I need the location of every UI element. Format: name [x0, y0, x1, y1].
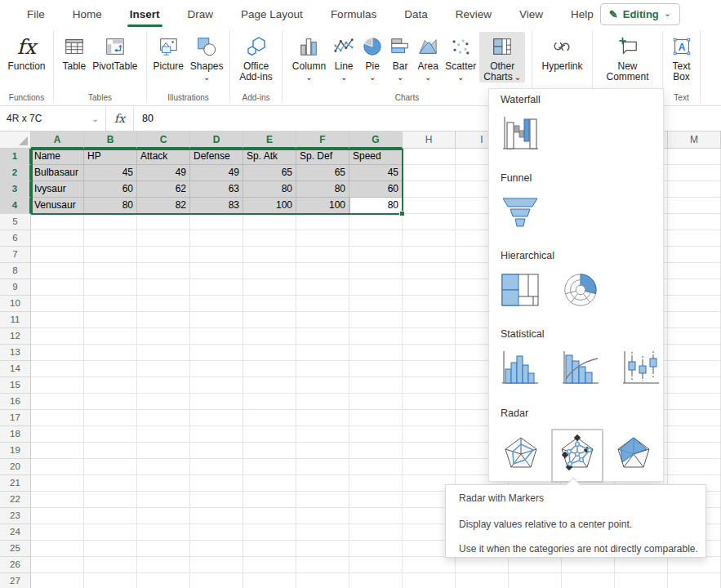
- scatter-chart-button[interactable]: Scatter ⌄: [442, 32, 479, 81]
- select-all-corner[interactable]: [0, 131, 31, 149]
- cell-B2[interactable]: 45: [84, 165, 137, 181]
- row-header-7[interactable]: 7: [0, 247, 31, 263]
- row-header-10[interactable]: 10: [0, 296, 31, 312]
- text-box-button[interactable]: A Text Box: [665, 32, 699, 82]
- box-whisker-chart-option[interactable]: [621, 350, 661, 389]
- radar-markers-chart-option[interactable]: [551, 429, 603, 483]
- row-header-9[interactable]: 9: [0, 279, 31, 296]
- cell-C4[interactable]: 82: [137, 198, 190, 214]
- picture-button[interactable]: Picture: [149, 32, 186, 72]
- funnel-chart-option[interactable]: [501, 194, 540, 233]
- cell-G2[interactable]: 45: [349, 165, 403, 181]
- row-header-25[interactable]: 25: [0, 541, 31, 557]
- row-header-11[interactable]: 11: [0, 312, 31, 328]
- row-header-21[interactable]: 21: [0, 475, 31, 492]
- row-header-2[interactable]: 2: [0, 165, 31, 181]
- column-header-G[interactable]: G: [349, 131, 403, 149]
- cell-E2[interactable]: 65: [243, 165, 296, 181]
- cell-F3[interactable]: 80: [296, 181, 349, 198]
- tab-formulas[interactable]: Formulas: [320, 0, 387, 29]
- column-header-A[interactable]: A: [31, 131, 84, 149]
- histogram-chart-option[interactable]: [501, 350, 540, 389]
- line-chart-button[interactable]: Line ⌄: [329, 32, 358, 81]
- row-header-14[interactable]: 14: [0, 361, 31, 377]
- cell-A1[interactable]: Name: [31, 149, 84, 165]
- cell-F1[interactable]: Sp. Def: [296, 149, 349, 165]
- cell-A2[interactable]: Bulbasaur: [31, 165, 84, 181]
- function-button[interactable]: fx Function: [4, 32, 48, 72]
- row-header-19[interactable]: 19: [0, 443, 31, 459]
- row-header-4[interactable]: 4: [0, 198, 31, 214]
- row-header-17[interactable]: 17: [0, 410, 31, 426]
- cell-F2[interactable]: 65: [296, 165, 349, 181]
- editing-mode-button[interactable]: ✎ Editing ⌄: [600, 3, 680, 25]
- cell-D1[interactable]: Defense: [190, 149, 243, 165]
- tab-view[interactable]: View: [509, 0, 554, 29]
- row-header-20[interactable]: 20: [0, 459, 31, 475]
- row-header-16[interactable]: 16: [0, 394, 31, 410]
- cell-G4[interactable]: 80: [349, 198, 403, 214]
- treemap-chart-option[interactable]: [501, 272, 540, 311]
- row-header-1[interactable]: 1: [0, 149, 31, 165]
- tab-insert[interactable]: Insert: [119, 0, 171, 29]
- row-header-13[interactable]: 13: [0, 345, 31, 361]
- pivottable-button[interactable]: PivotTable: [89, 32, 140, 72]
- tab-draw[interactable]: Draw: [177, 0, 225, 29]
- column-header-E[interactable]: E: [243, 131, 296, 149]
- tab-file[interactable]: File: [16, 0, 56, 29]
- row-header-24[interactable]: 24: [0, 524, 31, 541]
- other-charts-button[interactable]: Other Charts⌄: [479, 32, 525, 82]
- row-header-23[interactable]: 23: [0, 508, 31, 524]
- cell-G1[interactable]: Speed: [349, 149, 403, 165]
- cell-A4[interactable]: Venusaur: [31, 198, 84, 214]
- row-header-18[interactable]: 18: [0, 426, 31, 443]
- row-header-6[interactable]: 6: [0, 230, 31, 247]
- cell-E1[interactable]: Sp. Atk: [243, 149, 296, 165]
- row-header-22[interactable]: 22: [0, 492, 31, 508]
- row-header-12[interactable]: 12: [0, 328, 31, 345]
- pie-chart-button[interactable]: Pie ⌄: [358, 32, 386, 81]
- column-chart-button[interactable]: Column ⌄: [289, 32, 329, 81]
- cell-A3[interactable]: Ivysaur: [31, 181, 84, 198]
- column-header-D[interactable]: D: [190, 131, 243, 149]
- cell-D2[interactable]: 49: [190, 165, 243, 181]
- row-header-27[interactable]: 27: [0, 573, 31, 588]
- row-header-26[interactable]: 26: [0, 557, 31, 573]
- hyperlink-button[interactable]: Hyperlink: [538, 32, 585, 72]
- row-header-15[interactable]: 15: [0, 377, 31, 394]
- cell-C3[interactable]: 62: [137, 181, 190, 198]
- bar-chart-button[interactable]: Bar ⌄: [386, 32, 414, 81]
- cell-D4[interactable]: 83: [190, 198, 243, 214]
- column-header-F[interactable]: F: [296, 131, 349, 149]
- pareto-chart-option[interactable]: [561, 350, 600, 389]
- cell-C1[interactable]: Attack: [137, 149, 190, 165]
- shapes-button[interactable]: Shapes ⌄: [187, 32, 227, 81]
- cell-B4[interactable]: 80: [84, 198, 137, 214]
- waterfall-chart-option[interactable]: [501, 115, 540, 154]
- office-addins-button[interactable]: Office Add-ins: [233, 32, 280, 82]
- column-header-M[interactable]: M: [668, 131, 721, 149]
- area-chart-button[interactable]: Area ⌄: [414, 32, 442, 81]
- cell-B3[interactable]: 60: [84, 181, 137, 198]
- tab-review[interactable]: Review: [445, 0, 502, 29]
- row-header-3[interactable]: 3: [0, 181, 31, 198]
- row-header-8[interactable]: 8: [0, 263, 31, 279]
- column-header-C[interactable]: C: [137, 131, 190, 149]
- insert-function-button[interactable]: fx: [106, 106, 134, 131]
- sunburst-chart-option[interactable]: [561, 271, 600, 312]
- cell-E4[interactable]: 100: [243, 198, 296, 214]
- row-header-5[interactable]: 5: [0, 214, 31, 230]
- cell-B1[interactable]: HP: [84, 149, 137, 165]
- tab-help[interactable]: Help: [560, 0, 604, 29]
- table-button[interactable]: Table: [59, 32, 89, 72]
- radar-chart-option[interactable]: [501, 434, 541, 477]
- tab-data[interactable]: Data: [394, 0, 438, 29]
- name-box[interactable]: 4R x 7C ⌄: [0, 106, 106, 131]
- cell-D3[interactable]: 63: [190, 181, 243, 198]
- cell-C2[interactable]: 49: [137, 165, 190, 181]
- column-header-B[interactable]: B: [84, 131, 137, 149]
- tab-page-layout[interactable]: Page Layout: [230, 0, 314, 29]
- cell-F4[interactable]: 100: [296, 198, 349, 214]
- cell-G3[interactable]: 60: [349, 181, 403, 198]
- new-comment-button[interactable]: New Comment: [600, 32, 656, 82]
